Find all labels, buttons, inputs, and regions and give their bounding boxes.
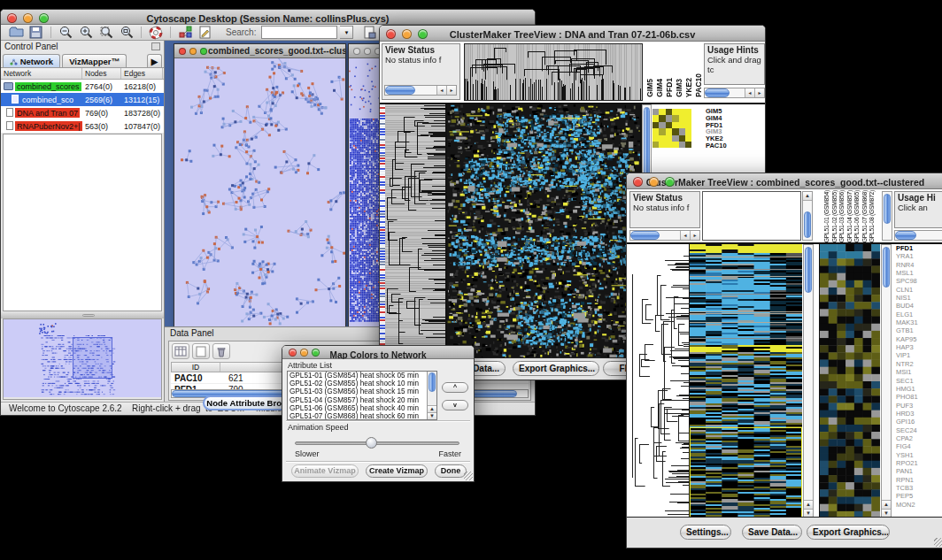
- create-vizmap-button[interactable]: Create Vizmap: [366, 464, 428, 478]
- col-edges[interactable]: Edges: [121, 68, 163, 79]
- gene-label[interactable]: GTB1: [896, 326, 942, 334]
- gene-label[interactable]: PFD1: [896, 244, 942, 252]
- import-network-icon[interactable]: [361, 26, 379, 40]
- scroll-right-icon[interactable]: ►: [690, 231, 699, 240]
- gene-label[interactable]: RPN1: [896, 476, 942, 484]
- column-dendrogram-area[interactable]: [702, 191, 801, 241]
- gene-label[interactable]: CLN1: [896, 286, 942, 294]
- gene-label[interactable]: MON2: [896, 501, 942, 509]
- gene-label[interactable]: PHO81: [896, 393, 942, 401]
- heatmap-canvas[interactable]: [690, 244, 802, 518]
- minimize-button[interactable]: [364, 48, 371, 55]
- move-down-button[interactable]: v: [442, 400, 468, 410]
- scroll-up-icon[interactable]: ▲: [804, 500, 813, 509]
- zoom-selected-icon[interactable]: [97, 26, 115, 40]
- scroll-right-icon[interactable]: ►: [754, 88, 764, 97]
- scroll-up-icon[interactable]: ▲: [428, 405, 436, 412]
- gene-label[interactable]: YSH1: [896, 451, 942, 459]
- scrollbar-thumb[interactable]: [883, 247, 890, 288]
- minimize-button[interactable]: [300, 349, 308, 357]
- resize-grip[interactable]: [464, 472, 473, 480]
- export-graphics-button[interactable]: Export Graphics...: [807, 525, 890, 540]
- gene-label[interactable]: KAP95: [896, 335, 942, 343]
- attribute-item[interactable]: GPL51-01 (GSM854) heat shock 05 min: [288, 372, 436, 380]
- gene-label[interactable]: SEC1: [896, 377, 942, 385]
- float-panel-icon[interactable]: [151, 42, 160, 50]
- scroll-right-icon[interactable]: ►: [446, 86, 456, 95]
- move-up-button[interactable]: ^: [442, 382, 468, 393]
- annotation-icon[interactable]: [197, 26, 214, 40]
- scroll-up-icon[interactable]: ▲: [803, 192, 812, 201]
- zoom-button[interactable]: [665, 177, 675, 187]
- close-button[interactable]: [7, 13, 17, 23]
- resize-grip[interactable]: [934, 538, 942, 547]
- zoom-out-icon[interactable]: [57, 26, 74, 40]
- scrollbar-thumb[interactable]: [385, 86, 415, 95]
- zoom-fit-icon[interactable]: [118, 26, 135, 40]
- open-folder-icon[interactable]: [7, 26, 25, 40]
- attribute-item[interactable]: GPL51-03 (GSM856) heat shock 15 min: [288, 387, 436, 395]
- attribute-select-icon[interactable]: [172, 343, 189, 359]
- zoom-button[interactable]: [39, 13, 49, 23]
- save-icon[interactable]: [27, 26, 45, 40]
- network-list-row[interactable]: RNAPuberNov2+|563(0)107847(0): [1, 119, 164, 133]
- gene-label[interactable]: MSL1: [896, 269, 942, 277]
- col-nodes[interactable]: Nodes: [82, 68, 121, 79]
- mini-correlation-heatmap[interactable]: [652, 109, 691, 148]
- animate-vizmap-button[interactable]: Animate Vizmap: [291, 464, 359, 478]
- scrollbar-thumb[interactable]: [884, 194, 891, 224]
- speed-slider-track[interactable]: [295, 441, 459, 445]
- scrollbar-thumb[interactable]: [429, 372, 436, 392]
- gene-label[interactable]: MSI1: [896, 368, 942, 376]
- new-attribute-icon[interactable]: [192, 343, 210, 359]
- gene-label[interactable]: PEP5: [896, 492, 942, 500]
- network-graph-canvas[interactable]: [174, 58, 345, 326]
- gene-label[interactable]: GPI16: [896, 418, 942, 426]
- minimize-button[interactable]: [23, 13, 33, 23]
- tab-network[interactable]: Network: [3, 54, 60, 67]
- row-dendrogram-canvas[interactable]: [385, 104, 445, 359]
- network-overview-thumbnail[interactable]: [4, 319, 162, 397]
- zoom-vscrollbar[interactable]: ▲▼: [881, 244, 892, 518]
- scrollbar-thumb[interactable]: [804, 211, 811, 238]
- attribute-item[interactable]: GPL51-07 (GSM868) heat shock 60 min: [288, 412, 436, 420]
- gene-label[interactable]: VIP1: [896, 351, 942, 359]
- col-network[interactable]: Network: [1, 68, 82, 79]
- zoom-button[interactable]: [418, 29, 428, 39]
- attribute-item[interactable]: GPL51-04 (GSM857) heat shock 20 min: [288, 396, 436, 404]
- search-dropdown-button[interactable]: ▼: [340, 26, 353, 39]
- view-status-scrollbar[interactable]: ◄►: [629, 230, 700, 241]
- gene-label[interactable]: HMG1: [896, 385, 942, 393]
- scrollbar-thumb[interactable]: [630, 231, 660, 240]
- gene-label[interactable]: HAP3: [896, 343, 942, 351]
- network-list-row[interactable]: combined_scores2764(0)16218(0): [1, 80, 164, 93]
- minimize-button[interactable]: [189, 48, 197, 55]
- tv2-titlebar[interactable]: ClusterMaker TreeView : combined_scores_…: [627, 173, 942, 189]
- scrollbar-thumb[interactable]: [705, 88, 730, 97]
- top-vscrollbar[interactable]: ▲: [802, 191, 813, 241]
- export-graphics-button[interactable]: Export Graphics...: [513, 361, 599, 376]
- minimize-button[interactable]: [649, 177, 659, 187]
- close-button[interactable]: [633, 177, 643, 187]
- scroll-down-icon[interactable]: ▼: [428, 412, 436, 419]
- network-list-row[interactable]: DNA and Tran 07769(0)183728(0): [1, 106, 164, 119]
- minimize-button[interactable]: [402, 29, 412, 39]
- heatmap-vscrollbar[interactable]: ▲▼: [803, 244, 814, 518]
- attribute-list-scrollbar[interactable]: ▲▼: [427, 372, 436, 419]
- network-view-titlebar[interactable]: combined_scores_good.txt--cluste...: [174, 44, 345, 58]
- usage-hints-scrollbar[interactable]: ◄►: [704, 88, 765, 98]
- zoomed-heatmap-canvas[interactable]: [820, 244, 880, 518]
- done-button[interactable]: Done: [435, 464, 467, 478]
- network-list-row[interactable]: combined_sco2569(6)13112(15): [1, 93, 164, 106]
- gene-label[interactable]: CPA2: [896, 434, 942, 442]
- panel-divider[interactable]: [1, 312, 164, 318]
- tab-vizmapper[interactable]: VizMapper™: [62, 54, 127, 67]
- close-button[interactable]: [386, 29, 396, 39]
- network-view-window[interactable]: combined_scores_good.txt--cluste...: [174, 43, 346, 326]
- dialog-titlebar[interactable]: Map Colors to Network: [282, 346, 474, 359]
- view-status-scrollbar[interactable]: ◄►: [384, 85, 457, 96]
- gene-label[interactable]: YRA1: [896, 252, 942, 260]
- id-column-header[interactable]: ID: [172, 363, 220, 372]
- scroll-left-icon[interactable]: ◄: [436, 86, 446, 95]
- gene-label[interactable]: SEC24: [896, 426, 942, 434]
